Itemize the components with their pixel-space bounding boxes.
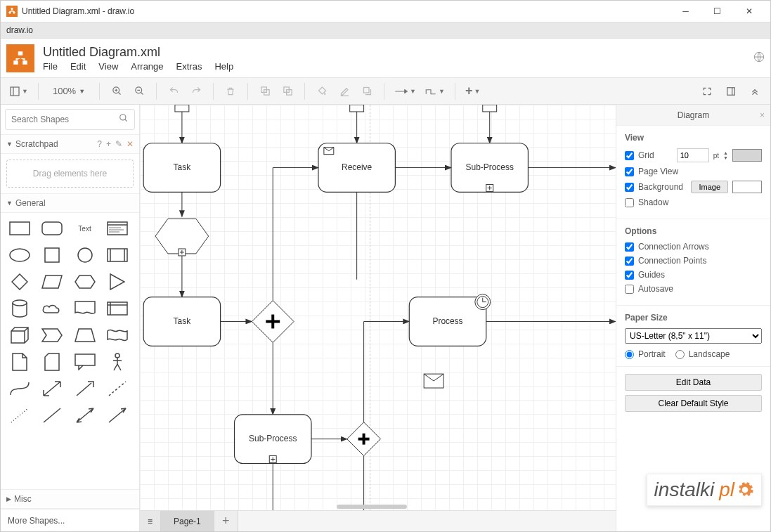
edit-data-button[interactable]: Edit Data (625, 374, 762, 391)
autosave-checkbox[interactable] (625, 285, 634, 294)
shape-process[interactable] (105, 245, 129, 265)
tab-page-1[interactable]: Page-1 (161, 511, 214, 531)
paper-size-select[interactable]: US-Letter (8,5" x 11") (625, 328, 762, 344)
node-gateway-1[interactable] (252, 301, 294, 343)
shape-actor[interactable] (105, 352, 129, 372)
pageview-checkbox[interactable] (625, 167, 634, 176)
shape-ellipse[interactable] (8, 245, 32, 265)
menu-edit[interactable]: Edit (70, 61, 86, 72)
shape-line[interactable] (40, 406, 64, 425)
to-front-icon[interactable] (255, 82, 275, 101)
shape-dotted-line[interactable] (8, 406, 32, 425)
tabs-menu-button[interactable]: ≡ (140, 511, 161, 531)
shape-arrow[interactable] (73, 379, 97, 398)
shape-textbox[interactable] (105, 219, 129, 238)
connection-icon[interactable]: ▼ (391, 82, 419, 101)
canvas[interactable]: Task Receive Sub-Process (140, 105, 616, 531)
shape-circle[interactable] (73, 245, 97, 265)
menu-view[interactable]: View (98, 61, 118, 72)
view-mode-button[interactable]: ▼ (6, 82, 31, 101)
conn-arrows-checkbox[interactable] (625, 242, 634, 252)
shape-diamond[interactable] (8, 272, 32, 292)
menu-extras[interactable]: Extras (176, 61, 202, 72)
node-task-2[interactable]: Task (143, 297, 220, 346)
maximize-button[interactable]: ☐ (701, 1, 733, 21)
shape-cloud[interactable] (40, 299, 64, 318)
shape-document[interactable] (73, 299, 97, 318)
background-image-button[interactable]: Image (691, 181, 728, 193)
shape-callout[interactable] (73, 352, 97, 372)
node-subprocess-2[interactable]: Sub-Process (235, 415, 311, 464)
general-header[interactable]: ▼General (1, 193, 139, 213)
to-back-icon[interactable] (278, 82, 297, 101)
shape-square[interactable] (40, 245, 64, 265)
shape-internal-storage[interactable] (105, 299, 129, 318)
shape-dir-connector[interactable] (105, 406, 129, 425)
document-name[interactable]: Untitled Diagram.xml (43, 45, 233, 60)
shape-bidir-connector[interactable] (73, 406, 97, 425)
node-subprocess-1[interactable]: Sub-Process (451, 143, 528, 193)
zoom-in-icon[interactable] (107, 82, 127, 101)
shape-triangle[interactable] (105, 272, 129, 292)
node-hexagon[interactable] (155, 219, 209, 256)
shape-curve[interactable] (8, 379, 32, 398)
node-message[interactable] (424, 374, 443, 388)
line-color-icon[interactable] (335, 82, 354, 101)
shape-cube[interactable] (8, 325, 32, 345)
shadow-icon[interactable] (357, 82, 377, 101)
redo-icon[interactable] (186, 82, 206, 101)
fill-color-icon[interactable] (312, 82, 332, 101)
scratchpad-header[interactable]: ▼Scratchpad ? + ✎ ✕ (1, 134, 139, 154)
zoom-out-icon[interactable] (129, 82, 149, 101)
conn-points-checkbox[interactable] (625, 257, 634, 266)
node-task-1[interactable]: Task (143, 143, 220, 193)
delete-icon[interactable] (221, 82, 240, 101)
shape-text[interactable]: Text (73, 219, 97, 238)
shape-card[interactable] (40, 352, 64, 372)
zoom-level[interactable]: 100%▼ (46, 86, 92, 96)
scratchpad-dropzone[interactable]: Drag elements here (6, 160, 134, 188)
menu-help[interactable]: Help (214, 61, 233, 72)
grid-size-down-icon[interactable]: ▼ (723, 155, 728, 160)
search-input[interactable] (11, 115, 119, 124)
misc-header[interactable]: ▶Misc (1, 489, 139, 509)
scratchpad-edit-icon[interactable]: ✎ (115, 139, 122, 149)
undo-icon[interactable] (164, 82, 183, 101)
node-receive[interactable]: Receive (318, 143, 395, 193)
shadow-checkbox[interactable] (625, 198, 634, 207)
close-button[interactable]: ✕ (733, 1, 765, 21)
insert-icon[interactable]: +▼ (462, 82, 483, 101)
shape-tape[interactable] (105, 325, 129, 345)
scratchpad-add-icon[interactable]: + (106, 139, 111, 149)
more-shapes-button[interactable]: More Shapes... (1, 509, 139, 531)
h-scrollbar-thumb[interactable] (337, 505, 407, 509)
app-mini-menubar[interactable]: draw.io (1, 22, 770, 39)
grid-size-input[interactable] (677, 148, 709, 162)
shape-cylinder[interactable] (8, 299, 32, 318)
search-icon[interactable] (119, 113, 129, 126)
fullscreen-icon[interactable] (697, 82, 717, 101)
scratchpad-help-icon[interactable]: ? (97, 139, 102, 149)
waypoint-icon[interactable]: ▼ (422, 82, 448, 101)
shape-step[interactable] (40, 325, 64, 345)
shape-bidir-arrow[interactable] (40, 379, 64, 398)
shape-hexagon[interactable] (73, 272, 97, 292)
shape-trapezoid[interactable] (73, 325, 97, 345)
background-checkbox[interactable] (625, 183, 634, 192)
minimize-button[interactable]: ─ (670, 1, 701, 21)
grid-color-swatch[interactable] (732, 149, 762, 162)
node-process[interactable]: Process (409, 294, 490, 346)
language-icon[interactable] (753, 51, 765, 65)
app-menu-label[interactable]: draw.io (6, 25, 33, 35)
guides-checkbox[interactable] (625, 271, 634, 280)
shape-rectangle[interactable] (8, 219, 32, 238)
shape-dashed-line[interactable] (105, 379, 129, 398)
shape-parallelogram[interactable] (40, 272, 64, 292)
menu-file[interactable]: File (43, 61, 58, 72)
landscape-radio[interactable] (675, 350, 685, 359)
node-gateway-2[interactable] (347, 422, 381, 456)
shape-note[interactable] (8, 352, 32, 372)
clear-style-button[interactable]: Clear Default Style (625, 395, 762, 412)
format-panel-close-icon[interactable]: × (760, 110, 765, 120)
format-panel-icon[interactable] (721, 82, 741, 101)
